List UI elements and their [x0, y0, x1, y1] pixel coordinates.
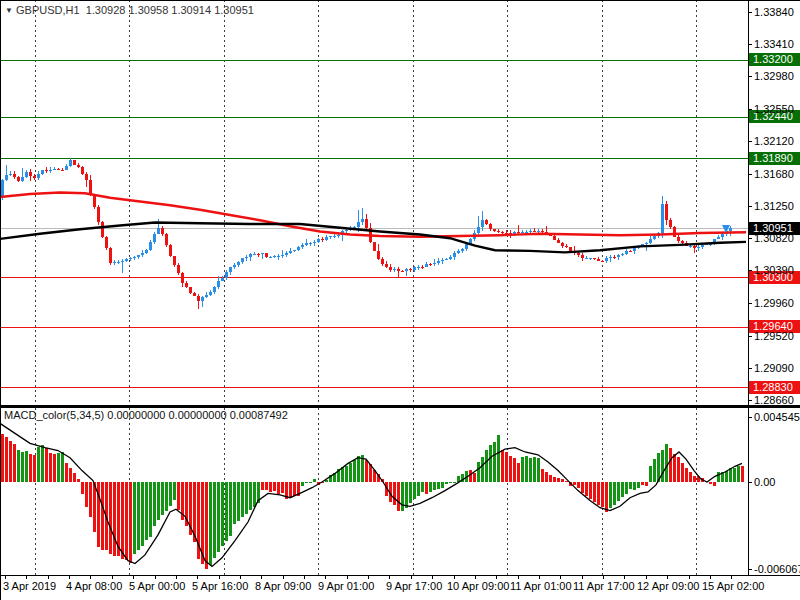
time-axis-label: 15 Apr 02:00 [702, 580, 764, 592]
chart-canvas[interactable] [0, 0, 800, 600]
price-axis-label: 1.29960 [754, 297, 794, 310]
triangle-down-icon[interactable]: ▼ [5, 6, 13, 15]
support-price-badge: 1.28830 [749, 381, 800, 394]
macd-axis-label: 0.00 [754, 476, 775, 489]
macd-indicator-label: MACD_color(5,34,5) 0.00000000 0.00000000… [4, 409, 288, 421]
price-axis-label: 1.32980 [754, 70, 794, 83]
time-axis-label: 9 Apr 01:00 [318, 580, 374, 592]
price-axis-label: 1.29090 [754, 362, 794, 375]
time-axis-label: 11 Apr 17:00 [573, 580, 635, 592]
price-axis-label: 1.28660 [754, 394, 794, 407]
time-axis-label: 9 Apr 17:00 [386, 580, 442, 592]
macd-axis-label: 0.0045456 [754, 411, 800, 424]
time-axis-label: 12 Apr 09:00 [637, 580, 699, 592]
price-axis-label: 1.32550 [754, 103, 794, 116]
time-axis-label: 8 Apr 09:00 [255, 580, 311, 592]
resistance-price-badge: 1.31890 [749, 152, 800, 165]
price-axis-label: 1.33410 [754, 38, 794, 51]
price-axis-label: 1.33840 [754, 6, 794, 19]
time-axis-label: 5 Apr 16:00 [192, 580, 248, 592]
macd-axis-label: -0.0060672 [754, 563, 800, 576]
time-axis-label: 3 Apr 2019 [3, 580, 56, 592]
time-axis-label: 4 Apr 08:00 [66, 580, 122, 592]
candles-layer [1, 158, 732, 309]
time-axis-label: 11 Apr 01:00 [510, 580, 572, 592]
symbol-timeframe-label: GBPUSD,H1 [16, 4, 80, 16]
price-axis-label: 1.32120 [754, 135, 794, 148]
macd-values: 0.00000000 0.00000000 0.00087492 [107, 409, 287, 421]
time-axis-label: 5 Apr 00:00 [129, 580, 185, 592]
price-axis-label: 1.30390 [754, 264, 794, 277]
panel-separator [0, 405, 800, 408]
time-axis-label: 10 Apr 09:00 [447, 580, 509, 592]
chart-window: ▼ GBPUSD,H1 1.30928 1.30958 1.30914 1.30… [0, 0, 800, 600]
price-axis-label: 1.31680 [754, 168, 794, 181]
macd-name: MACD_color(5,34,5) [4, 409, 104, 421]
price-axis-label: 1.29520 [754, 330, 794, 343]
chart-title: ▼ GBPUSD,H1 1.30928 1.30958 1.30914 1.30… [5, 4, 254, 16]
macd-histogram [1, 434, 744, 569]
ohlc-values-label: 1.30928 1.30958 1.30914 1.30951 [86, 4, 254, 16]
price-axis-label: 1.31250 [754, 200, 794, 213]
resistance-price-badge: 1.33200 [749, 53, 800, 66]
current-price-badge: 1.30951 [749, 222, 800, 235]
